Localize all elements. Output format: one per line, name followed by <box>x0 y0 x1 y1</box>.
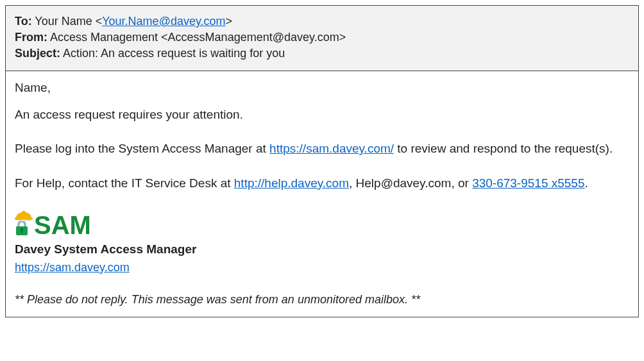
subject-label: Subject: <box>15 47 60 60</box>
subject-value: Action: An access request is waiting for… <box>60 47 285 60</box>
email-header: To: Your Name <Your.Name@davey.com> From… <box>6 6 638 71</box>
to-suffix: > <box>226 15 233 28</box>
email-message: To: Your Name <Your.Name@davey.com> From… <box>5 5 639 317</box>
to-email-link[interactable]: Your.Name@davey.com <box>102 15 225 28</box>
to-label: To: <box>15 15 32 28</box>
body-line-1: An access request requires your attentio… <box>15 106 629 124</box>
body-line-3: For Help, contact the IT Service Desk at… <box>15 174 629 192</box>
line2-pre: Please log into the System Access Manage… <box>15 142 269 155</box>
from-line: From: Access Management <AccessManagemen… <box>15 31 629 44</box>
to-line: To: Your Name <Your.Name@davey.com> <box>15 15 629 28</box>
greeting: Name, <box>15 79 629 97</box>
help-url-link[interactable]: http://help.davey.com <box>234 176 349 190</box>
email-body: Name, An access request requires your at… <box>6 71 638 317</box>
from-value: Access Management <AccessManagement@dave… <box>47 31 346 44</box>
line2-post: to review and respond to the request(s). <box>394 142 613 155</box>
svg-rect-1 <box>15 217 33 220</box>
body-line-2: Please log into the System Access Manage… <box>15 140 629 158</box>
svg-rect-5 <box>21 230 22 233</box>
from-label: From: <box>15 31 47 44</box>
signature-link[interactable]: https://sam.davey.com <box>15 261 130 274</box>
lock-icon <box>15 220 29 237</box>
hardhat-icon <box>15 210 33 221</box>
sam-logo-text: SAM <box>34 212 91 238</box>
help-phone-link[interactable]: 330-673-9515 x5555 <box>472 176 584 190</box>
signature-title: Davey System Access Manager <box>15 240 629 258</box>
line3-pre: For Help, contact the IT Service Desk at <box>15 176 234 190</box>
signature-block: SAM Davey System Access Manager https://… <box>15 208 629 276</box>
line3-mid1: , Help@davey.com, or <box>349 176 472 190</box>
svg-rect-0 <box>22 211 26 215</box>
subject-line: Subject: Action: An access request is wa… <box>15 47 629 60</box>
to-prefix: Your Name < <box>32 15 103 28</box>
sam-logo: SAM <box>15 208 629 238</box>
sam-url-link[interactable]: https://sam.davey.com/ <box>269 142 394 155</box>
line3-end: . <box>585 176 588 190</box>
footer-note: ** Please do not reply. This message was… <box>15 291 629 308</box>
